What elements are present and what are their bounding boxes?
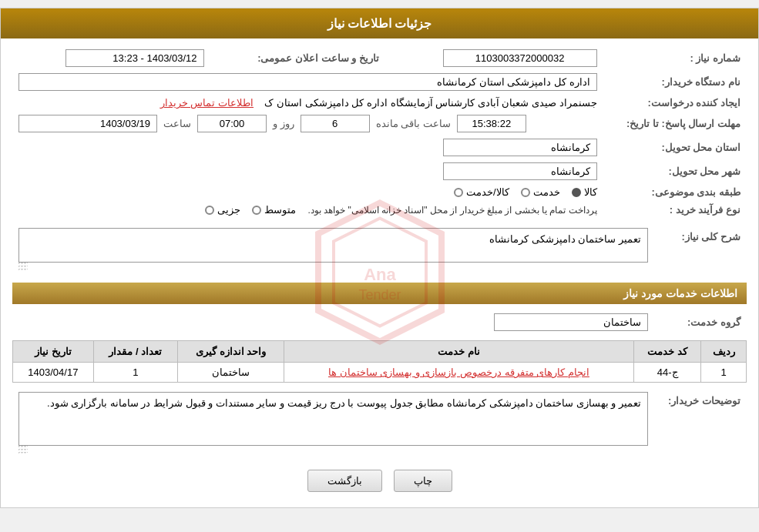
need-description-table: شرح کلی نیاز: تعمیر ساختمان دامپزشکی کرم…	[12, 225, 747, 275]
service-name-link[interactable]: انجام کارهای متفرقه درخصوص بازسازی و بهس…	[328, 366, 589, 378]
deadline-days: 6	[301, 115, 370, 132]
purchase-type-row: پرداخت تمام یا بخشی از مبلغ خریدار از مح…	[18, 204, 597, 216]
table-row: 1 ج-44 انجام کارهای متفرقه درخصوص بازساز…	[13, 363, 747, 383]
contact-link[interactable]: اطلاعات تماس خریدار	[160, 97, 254, 109]
announce-datetime-label: تاریخ و ساعت اعلان عمومی:	[210, 46, 385, 70]
cell-quantity: 1	[93, 363, 177, 383]
buyer-description-table: توضیحات خریدار: تعمیر و بهسازی ساختمان د…	[12, 389, 747, 458]
category-kala-label: کالا	[584, 186, 597, 198]
col-service-code: کد خدمت	[633, 341, 700, 363]
back-button[interactable]: بازگشت	[307, 470, 382, 492]
service-group-value: ساختمان	[494, 313, 648, 331]
resize-handle-buyer[interactable]	[18, 446, 28, 455]
purchase-type-partial[interactable]: جزیی	[205, 204, 240, 216]
page-header: جزئیات اطلاعات نیاز	[1, 8, 758, 38]
cell-unit: ساختمان	[178, 363, 284, 383]
services-section-title: اطلاعات خدمات مورد نیاز	[12, 283, 747, 304]
deadline-days-label: روز و	[273, 118, 294, 129]
deadline-label: مهلت ارسال پاسخ: تا تاریخ:	[603, 112, 747, 136]
deadline-remaining: 15:38:22	[457, 115, 526, 132]
category-kala-service-label: کالا/خدمت	[466, 186, 509, 198]
purchase-note: پرداخت تمام یا بخشی از مبلغ خریدار از مح…	[307, 205, 596, 216]
main-content: Ana Tender شماره نیاز : 1103003372000032…	[1, 38, 758, 507]
need-number-value: 1103003372000032	[443, 49, 597, 67]
category-service-label: خدمت	[533, 186, 560, 198]
col-quantity: تعداد / مقدار	[93, 341, 177, 363]
service-table: ردیف کد خدمت نام خدمت واحد اندازه گیری ت…	[12, 340, 747, 383]
info-table: شماره نیاز : 1103003372000032 تاریخ و سا…	[12, 46, 747, 219]
category-options: کالا خدمت کالا/خدمت	[18, 186, 597, 198]
category-kala-radio[interactable]	[572, 188, 581, 197]
category-option-kala[interactable]: کالا	[572, 186, 597, 198]
announce-datetime-value: 1403/03/12 - 13:23	[65, 49, 204, 67]
service-group-label: گروه خدمت:	[654, 310, 747, 334]
purchase-medium-label: متوسط	[264, 204, 296, 216]
province-delivery-label: استان محل تحویل:	[603, 136, 747, 159]
col-service-name: نام خدمت	[284, 341, 634, 363]
buyer-org-label: نام دستگاه خریدار:	[603, 70, 747, 94]
col-date: تاریخ نیاز	[13, 341, 94, 363]
buyer-description-wrapper: تعمیر و بهسازی ساختمان دامپزشکی کرمانشاه…	[18, 392, 648, 455]
need-number-label: شماره نیاز :	[603, 46, 747, 70]
province-delivery-value: کرمانشاه	[443, 139, 597, 156]
cell-row-num: 1	[701, 363, 747, 383]
buttons-row: چاپ بازگشت	[12, 470, 747, 492]
category-label: طبقه بندی موضوعی:	[603, 183, 747, 201]
col-row-num: ردیف	[701, 341, 747, 363]
need-description-label: شرح کلی نیاز:	[654, 225, 747, 275]
cell-service-name: انجام کارهای متفرقه درخصوص بازسازی و بهس…	[284, 363, 634, 383]
requester-label: ایجاد کننده درخواست:	[603, 94, 747, 112]
city-delivery-value: کرمانشاه	[443, 162, 597, 180]
purchase-type-label: نوع فرآیند خرید :	[603, 201, 747, 219]
city-delivery-label: شهر محل تحویل:	[603, 159, 747, 183]
category-option-kala-service[interactable]: کالا/خدمت	[454, 186, 509, 198]
purchase-partial-radio[interactable]	[205, 206, 214, 215]
col-unit: واحد اندازه گیری	[178, 341, 284, 363]
purchase-type-medium[interactable]: متوسط	[252, 204, 296, 216]
service-group-table: گروه خدمت: ساختمان	[12, 310, 747, 334]
cell-date: 1403/04/17	[13, 363, 94, 383]
deadline-remaining-label: ساعت باقی مانده	[376, 118, 451, 129]
category-option-service[interactable]: خدمت	[521, 186, 560, 198]
buyer-description-label: توضیحات خریدار:	[654, 389, 747, 458]
deadline-date: 1403/03/19	[18, 115, 157, 132]
purchase-medium-radio[interactable]	[252, 206, 261, 215]
buyer-org-value: اداره کل دامپزشکی استان کرمانشاه	[18, 73, 597, 91]
page-title: جزئیات اطلاعات نیاز	[327, 17, 432, 30]
need-description-value: تعمیر ساختمان دامپزشکی کرمانشاه	[18, 228, 648, 263]
category-kala-service-radio[interactable]	[454, 188, 463, 197]
requester-value: جسنمراد صیدی شعبان آبادی کارشناس آزمایشگ…	[264, 97, 596, 109]
need-description-wrapper: تعمیر ساختمان دامپزشکی کرمانشاه	[18, 228, 648, 272]
cell-service-code: ج-44	[633, 363, 700, 383]
deadline-time: 07:00	[197, 115, 267, 132]
page-wrapper: جزئیات اطلاعات نیاز Ana Tender شماره نیا…	[0, 8, 759, 508]
purchase-partial-label: جزیی	[217, 204, 240, 216]
buyer-description-value: تعمیر و بهسازی ساختمان دامپزشکی کرمانشاه…	[18, 392, 648, 446]
resize-handle-description[interactable]	[18, 263, 28, 272]
print-button[interactable]: چاپ	[394, 470, 452, 492]
category-service-radio[interactable]	[521, 188, 530, 197]
deadline-time-label: ساعت	[163, 118, 191, 129]
